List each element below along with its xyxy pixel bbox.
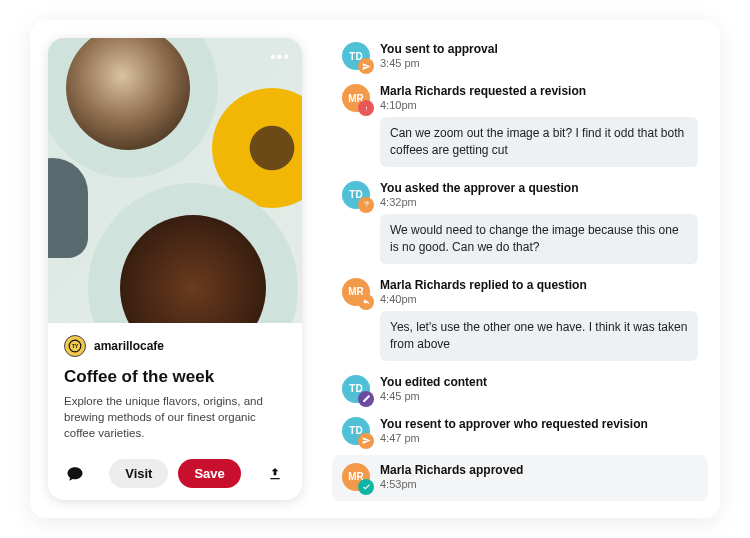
activity-title: Marla Richards requested a revision [380,84,698,98]
send-badge-icon [358,58,374,74]
activity-body: You edited content4:45 pm [380,375,698,403]
card-description: Explore the unique flavors, origins, and… [64,393,286,441]
activity-item[interactable]: TDYou asked the approver a question4:32p… [326,177,714,274]
activity-message: Can we zoom out the image a bit? I find … [380,117,698,167]
card-image: ••• [48,38,302,323]
profile-name: amarillocafe [94,339,164,353]
visit-button[interactable]: Visit [109,459,168,488]
activity-time: 4:40pm [380,293,698,305]
user-avatar: TD [342,42,370,70]
user-avatar: MR [342,278,370,306]
activity-message: We would need to change the image becaus… [380,214,698,264]
activity-title: You asked the approver a question [380,181,698,195]
activity-time: 3:45 pm [380,57,698,69]
profile-row[interactable]: TY amarillocafe [64,335,286,357]
activity-item[interactable]: MRMarla Richards replied to a question4:… [326,274,714,371]
card-actions: Visit Save [64,451,286,488]
activity-body: You sent to approval3:45 pm [380,42,698,70]
more-options-icon[interactable]: ••• [270,48,290,66]
user-avatar: TD [342,417,370,445]
card-body: TY amarillocafe Coffee of the week Explo… [48,323,302,500]
activity-title: Marla Richards approved [380,463,698,477]
question-badge-icon [358,197,374,213]
edit-badge-icon [358,391,374,407]
app-panel: ••• TY amarillocafe Coffee of the week E… [30,20,720,518]
activity-message: Yes, let's use the other one we have. I … [380,311,698,361]
activity-body: Marla Richards requested a revision4:10p… [380,84,698,167]
user-avatar: TD [342,375,370,403]
activity-feed[interactable]: TDYou sent to approval3:45 pmMRMarla Ric… [320,20,720,518]
content-card: ••• TY amarillocafe Coffee of the week E… [48,38,302,500]
approve-badge-icon [358,479,374,495]
activity-time: 4:32pm [380,196,698,208]
coffee-cup-1 [48,38,218,178]
activity-item[interactable]: TDYou sent to approval3:45 pm [326,38,714,80]
save-button[interactable]: Save [178,459,240,488]
user-avatar: TD [342,181,370,209]
comment-icon[interactable] [64,463,86,485]
activity-title: You edited content [380,375,698,389]
activity-body: Marla Richards approved4:53pm [380,463,698,491]
card-title: Coffee of the week [64,367,286,387]
activity-title: Marla Richards replied to a question [380,278,698,292]
user-avatar: MR [342,463,370,491]
content-preview-pane: ••• TY amarillocafe Coffee of the week E… [30,20,320,518]
send-badge-icon [358,433,374,449]
activity-time: 4:45 pm [380,390,698,402]
profile-avatar: TY [64,335,86,357]
activity-title: You resent to approver who requested rev… [380,417,698,431]
activity-item[interactable]: TDYou resent to approver who requested r… [326,413,714,455]
svg-text:TY: TY [72,343,79,349]
activity-item[interactable]: MRMarla Richards approved4:53pm [332,455,708,501]
user-avatar: MR [342,84,370,112]
share-icon[interactable] [264,463,286,485]
activity-body: You asked the approver a question4:32pmW… [380,181,698,264]
reply-badge-icon [358,294,374,310]
activity-item[interactable]: MRMarla Richards requested a revision4:1… [326,80,714,177]
milk-jug [48,158,88,258]
activity-time: 4:10pm [380,99,698,111]
activity-time: 4:47 pm [380,432,698,444]
activity-title: You sent to approval [380,42,698,56]
activity-item[interactable]: TDYou edited content4:45 pm [326,371,714,413]
alert-badge-icon [358,100,374,116]
activity-time: 4:53pm [380,478,698,490]
activity-body: You resent to approver who requested rev… [380,417,698,445]
activity-body: Marla Richards replied to a question4:40… [380,278,698,361]
